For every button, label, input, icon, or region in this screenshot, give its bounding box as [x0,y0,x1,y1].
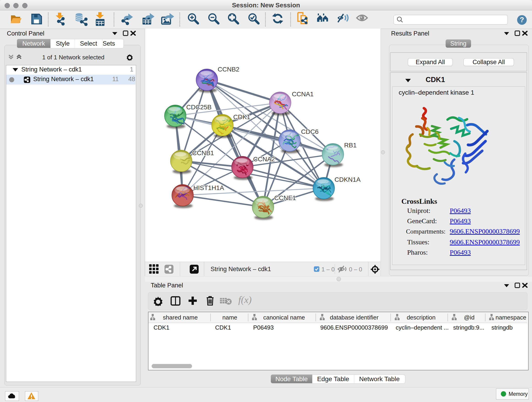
svg-text:CCNA1: CCNA1 [292,90,314,98]
svg-text:namespace: namespace [496,314,526,321]
svg-text:CCNE1: CCNE1 [274,194,296,201]
svg-text:CDKN1A: CDKN1A [335,176,361,183]
svg-text:CDC25B: CDC25B [186,104,211,111]
svg-text:?: ? [520,16,524,24]
svg-text:HIST1H1A: HIST1H1A [193,184,224,191]
svg-text:CCNB1: CCNB1 [192,149,214,157]
svg-text:CDK1: CDK1 [233,114,250,121]
svg-text:CCNB2: CCNB2 [218,66,239,73]
svg-text:canonical name: canonical name [263,314,305,321]
svg-text:database identifier: database identifier [330,314,379,321]
svg-text:description: description [407,314,436,321]
svg-text:name: name [222,314,237,321]
svg-text:CDC6: CDC6 [301,128,318,135]
svg-text:CCNA2: CCNA2 [253,156,275,163]
svg-text:@id: @id [464,314,475,321]
svg-text:shared name: shared name [163,314,198,321]
svg-text:RB1: RB1 [344,142,356,149]
